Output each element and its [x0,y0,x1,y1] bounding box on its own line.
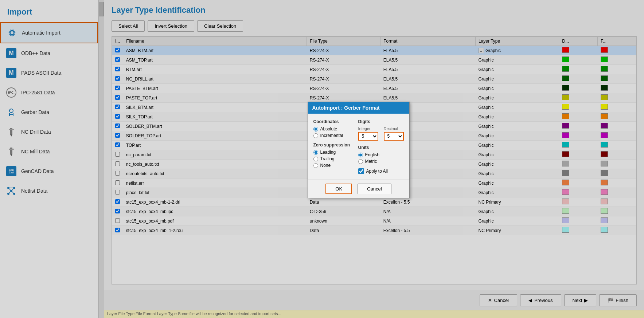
integer-label: Integer [358,126,378,131]
trailing-label: Trailing [320,156,335,161]
decimal-select[interactable]: 1234567 [384,132,404,141]
apply-to-all-checkbox[interactable] [358,168,364,174]
dialog-body: Coordinates Absolute Incremental Zero su… [308,114,409,180]
digits-inputs: Integer 1234567 Decimal 1234567 [358,126,404,141]
dialog-cancel-button[interactable]: Cancel [358,184,391,194]
none-radio-row: None [313,163,353,168]
incremental-radio[interactable] [313,133,318,138]
absolute-label: Absolute [320,126,337,131]
absolute-radio-row: Absolute [313,126,353,131]
coordinates-section: Coordinates Absolute Incremental [313,119,353,138]
english-radio[interactable] [358,153,363,157]
english-label: English [365,152,379,157]
integer-select[interactable]: 1234567 [358,132,378,141]
dialog-two-col: Coordinates Absolute Incremental Zero su… [313,119,404,174]
coordinates-label: Coordinates [313,119,353,124]
digits-label: Digits [358,119,404,124]
zero-suppression-section: Zero suppression Leading Trailing None [313,142,353,168]
integer-col: Integer 1234567 [358,126,378,141]
gerber-format-dialog: AutoImport : Gerber Format Coordinates A… [308,102,410,198]
metric-radio-row: Metric [358,159,404,164]
leading-radio-row: Leading [313,150,353,155]
dialog-left-col: Coordinates Absolute Incremental Zero su… [313,119,353,174]
leading-label: Leading [320,150,336,155]
apply-to-all-section: Apply to All [358,168,404,174]
dialog-overlay: AutoImport : Gerber Format Coordinates A… [0,0,644,318]
dialog-title: AutoImport : Gerber Format [308,102,409,114]
metric-radio[interactable] [358,159,363,164]
units-label: Units [358,145,404,150]
apply-to-all-label: Apply to All [366,169,388,174]
decimal-label: Decimal [384,126,404,131]
metric-label: Metric [365,159,377,164]
dialog-ok-button[interactable]: OK [325,184,352,194]
leading-radio[interactable] [313,150,318,155]
trailing-radio[interactable] [313,157,318,161]
trailing-radio-row: Trailing [313,156,353,161]
incremental-label: Incremental [320,133,343,138]
english-radio-row: English [358,152,404,157]
decimal-col: Decimal 1234567 [384,126,404,141]
dialog-footer: OK Cancel [308,180,409,198]
digits-section: Digits Integer 1234567 Decimal [358,119,404,141]
dialog-right-col: Digits Integer 1234567 Decimal [358,119,404,174]
absolute-radio[interactable] [313,127,318,131]
zero-suppression-label: Zero suppression [313,142,353,148]
units-section: Units English Metric [358,145,404,164]
none-label: None [320,163,331,168]
incremental-radio-row: Incremental [313,133,353,138]
none-radio[interactable] [313,163,318,168]
